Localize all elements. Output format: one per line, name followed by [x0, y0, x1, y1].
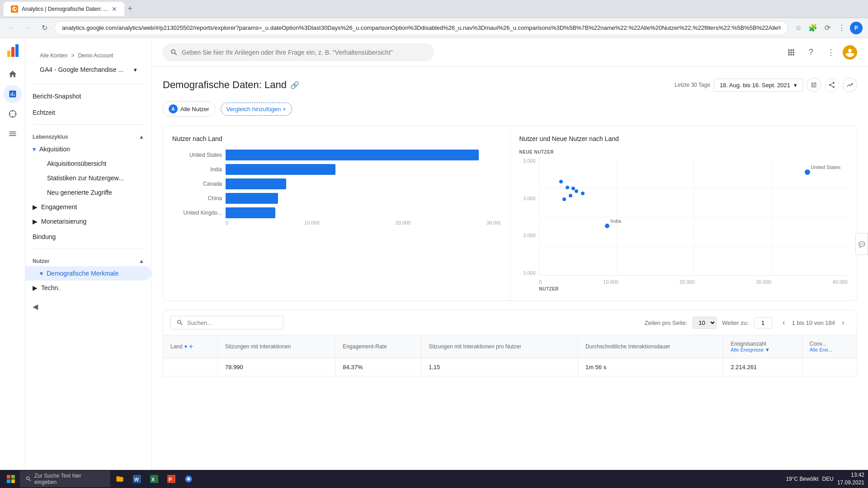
- global-search-bar[interactable]: [163, 43, 434, 61]
- property-selector[interactable]: GA4 - Google Merchandise ... ▾: [33, 62, 144, 77]
- svg-rect-1: [7, 51, 10, 57]
- nav-item-realtime[interactable]: Echtzeit: [25, 104, 151, 121]
- taskbar-word[interactable]: W: [129, 472, 145, 486]
- taskbar-search[interactable]: Zur Suche Text hier eingeben: [20, 471, 110, 487]
- conv-filter-dropdown[interactable]: Alle Erei...: [810, 347, 849, 352]
- bar-india: [226, 164, 335, 175]
- feedback-button[interactable]: 💬: [855, 233, 868, 255]
- cell-conv: [802, 358, 857, 376]
- page-header: Demografische Daten: Land 🔗 Letzte 30 Ta…: [163, 78, 857, 92]
- date-range-area: Letzte 30 Tage 18. Aug. bis 16. Sept. 20…: [675, 78, 857, 92]
- rows-per-page-select[interactable]: 10 25 50: [693, 317, 717, 329]
- bar-chart-panel: Nutzer nach Land United States India: [163, 126, 510, 300]
- table-search-input[interactable]: [187, 319, 278, 326]
- nav-demografische-header[interactable]: ▾ Demografische Merkmale: [25, 266, 151, 281]
- nav-collapse-btn[interactable]: ◀: [25, 295, 151, 318]
- windows-start-button[interactable]: [4, 472, 18, 486]
- nav-akquisitionsuebersicht[interactable]: Akquisitionsübersicht: [33, 156, 151, 171]
- browser-tab[interactable]: Analytics | Demografische Daten: ... ✕: [4, 2, 124, 16]
- sort-icon-land[interactable]: ▾: [184, 343, 187, 350]
- taskbar-excel[interactable]: X: [146, 472, 162, 486]
- nav-item-snapshot[interactable]: Bericht-Snapshot: [25, 88, 151, 104]
- back-button[interactable]: ←: [5, 22, 18, 34]
- prev-page-button[interactable]: ‹: [778, 316, 790, 329]
- nav-zugriffe[interactable]: Neu generierte Zugriffe: [33, 185, 151, 200]
- x-label-0: 0: [539, 279, 542, 285]
- col-header-land: Land ▾ +: [163, 335, 218, 358]
- segment-all-users[interactable]: A Alle Nutzer: [163, 101, 215, 117]
- nav-nutzer-collapse-icon[interactable]: ▲: [139, 258, 144, 264]
- svg-rect-7: [11, 479, 15, 483]
- new-tab-button[interactable]: +: [128, 4, 133, 14]
- share-button[interactable]: [825, 78, 839, 92]
- scatter-chart-panel: Nutzer und Neue Nutzer nach Land NEUE NU…: [510, 126, 857, 300]
- bar-row-canada: Canada: [172, 178, 501, 189]
- date-range-picker[interactable]: 18. Aug. bis 16. Sept. 2021 ▾: [714, 79, 803, 92]
- cell-ereignisse: 2.214.261: [723, 358, 802, 376]
- nav-group-akquisition: ▾ Akquisition Akquisitionsübersicht Stat…: [25, 142, 151, 200]
- go-to-page-input[interactable]: [754, 317, 772, 328]
- nav-akquisition-header[interactable]: ▾ Akquisition: [25, 142, 151, 156]
- taskbar-chrome[interactable]: [181, 472, 196, 486]
- nav-section-lifecycle: Lebenszyklus ▲: [25, 128, 151, 142]
- ereignisse-filter-dropdown[interactable]: Alle Ereignisse ▼: [731, 347, 795, 352]
- browser-actions: ☆ 🧩 ⟳ ⋮ P: [792, 22, 863, 34]
- extensions-button[interactable]: 🧩: [807, 22, 819, 34]
- help-button[interactable]: ?: [803, 44, 819, 61]
- rows-per-page-label: Zeilen pro Seite:: [645, 319, 688, 326]
- more-button[interactable]: ⋮: [823, 44, 839, 61]
- table-search-field[interactable]: [170, 316, 283, 329]
- sidebar-explore-icon[interactable]: [4, 105, 22, 123]
- bar-axis-30k: 30.00(: [486, 220, 500, 225]
- scatter-dot-1: [562, 197, 566, 201]
- analytics-logo[interactable]: [4, 42, 22, 60]
- pagination-area: Zeilen pro Seite: 10 25 50 Weiter zu: ‹ …: [645, 316, 849, 329]
- nav-group-demografische: ▾ Demografische Merkmale: [25, 266, 151, 281]
- settings-button[interactable]: ⋮: [835, 22, 848, 34]
- nav-engagement-header[interactable]: ▶ Engagement: [25, 200, 151, 214]
- taskbar-file-explorer[interactable]: [112, 472, 127, 486]
- nav-techn-header[interactable]: ▶ Techn.: [25, 281, 151, 295]
- global-search-input[interactable]: [182, 49, 427, 56]
- taskbar-powerpoint[interactable]: P: [164, 472, 179, 486]
- account-breadcrumb[interactable]: Alle Konten > Demo Account: [33, 49, 144, 62]
- nav-monetarisierung-header[interactable]: ▶ Monetarisierung: [25, 214, 151, 229]
- scatter-y-axis: 3.000 3.000 3.000 3.000: [519, 158, 538, 276]
- add-comparison-button[interactable]: Vergleich hinzufügen +: [221, 103, 292, 116]
- reload-button[interactable]: ↻: [38, 22, 51, 34]
- sidebar-configure-icon[interactable]: [4, 125, 22, 143]
- address-input[interactable]: [54, 21, 788, 35]
- next-page-button[interactable]: ›: [837, 316, 849, 329]
- cell-engagement: 84,37%: [335, 358, 421, 376]
- bar-container-india: [226, 164, 501, 175]
- cell-pro-nutzer: 1,15: [421, 358, 578, 376]
- forward-button[interactable]: →: [22, 22, 34, 34]
- col-header-sitzungen-pro-nutzer: Sitzungen mit Interaktionen pro Nutzer: [421, 335, 578, 358]
- nav-item-bindung[interactable]: Bindung: [25, 229, 151, 245]
- bookmark-button[interactable]: ☆: [792, 22, 805, 34]
- nav-statistiken[interactable]: Statistiken zur Nutzergew...: [33, 171, 151, 185]
- sidebar-home-icon[interactable]: [4, 65, 22, 83]
- y-label-2: 3.000: [523, 196, 536, 201]
- col-header-conv: Conv... Alle Erei...: [802, 335, 857, 358]
- add-column-button[interactable]: +: [189, 343, 193, 351]
- bar-container-uk: [226, 207, 501, 218]
- customize-report-button[interactable]: [807, 78, 821, 92]
- sidebar-reports-icon[interactable]: [4, 85, 22, 103]
- svg-rect-5: [11, 475, 15, 479]
- bar-row-uk: United Kingdo...: [172, 207, 501, 218]
- nav-lifecycle-collapse-icon[interactable]: ▲: [139, 134, 144, 140]
- tab-close-button[interactable]: ✕: [112, 5, 117, 13]
- profile-button[interactable]: P: [850, 22, 863, 34]
- col-land-label: Land: [170, 343, 183, 350]
- taskbar-search-icon: [25, 476, 32, 482]
- sync-button[interactable]: ⟳: [821, 22, 834, 34]
- col-engagement-label: Engagement-Rate: [343, 343, 387, 350]
- table-row: 78.990 84,37% 1,15 1m 56 s 2.214.261: [163, 358, 857, 376]
- insights-button[interactable]: [843, 78, 857, 92]
- apps-grid-button[interactable]: [783, 44, 799, 61]
- page-title-link-icon[interactable]: 🔗: [290, 81, 299, 89]
- user-avatar[interactable]: [843, 45, 857, 60]
- x-label-10k: 10.000: [603, 279, 618, 285]
- scatter-dot-3: [575, 189, 578, 193]
